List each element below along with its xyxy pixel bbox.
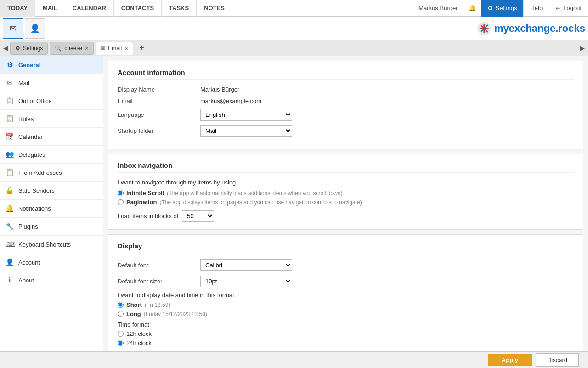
startup-folder-label: Startup folder [118,127,200,134]
bottom-bar: Apply Discard [0,351,588,368]
sidebar-item-keyboard-shortcuts[interactable]: ⌨ Keyboard Shortcuts [0,236,103,253]
sidebar-item-mail[interactable]: ✉ Mail [0,74,103,92]
tabs-bar: ◀ ⚙ Settings 🔍 cheese × ✉ Email × + ▶ [0,40,588,56]
brand-name: myexchange.rocks [494,23,585,34]
inbox-nav-title: Inbox navigation [118,161,574,172]
default-font-select[interactable]: Calibri [200,259,292,271]
tab-add-button[interactable]: + [136,43,147,54]
sidebar-from-addresses-label: From Addresses [18,169,62,176]
sidebar-item-delegates[interactable]: 👥 Delegates [0,146,103,164]
settings-tab-icon: ⚙ [15,45,20,52]
discard-button[interactable]: Discard [536,353,579,367]
long-hint: (Friday 15/12/2023 13:59) [144,311,207,317]
mail-sidebar-icon: ✉ [6,79,14,87]
infinite-scroll-hint: (The app will automatically loads additi… [167,190,342,196]
sidebar-item-safe-senders[interactable]: 🔒 Safe Senders [0,182,103,200]
display-name-row: Display Name Markus Bürger [118,86,574,93]
sidebar-about-label: About [18,277,34,284]
nav-notes[interactable]: NOTES [197,0,232,17]
sidebar: ⚙ General ✉ Mail 📋 Out of Office 📋 Rules… [0,56,103,368]
top-nav: TODAY MAIL CALENDAR CONTACTS TASKS NOTES… [0,0,588,17]
apply-button[interactable]: Apply [488,354,532,366]
sidebar-item-out-of-office[interactable]: 📋 Out of Office [0,92,103,110]
sidebar-item-account[interactable]: 👤 Account [0,253,103,271]
long-label: Long [126,310,141,317]
short-label: Short [126,301,142,308]
nav-bell-icon[interactable]: 🔔 [464,0,481,17]
display-name-value: Markus Bürger [200,86,239,93]
cheese-tab-icon: 🔍 [55,45,62,52]
short-hint: (Fri 13:59) [145,302,170,308]
long-date-radio[interactable] [118,311,124,317]
sidebar-item-general[interactable]: ⚙ General [0,56,103,74]
pagination-label: Pagination [126,199,157,206]
display-name-label: Display Name [118,86,200,93]
language-label: Language [118,111,200,118]
startup-folder-select[interactable]: Mail [200,125,292,137]
sidebar-mail-label: Mail [18,80,29,86]
cheese-tab-close[interactable]: × [85,45,89,52]
sidebar-plugins-label: Plugins [18,223,38,230]
main-area: ⚙ General ✉ Mail 📋 Out of Office 📋 Rules… [0,56,588,368]
nav-user: Markus Bürger [413,0,463,17]
notifications-icon: 🔔 [6,204,14,213]
icon-bar: ✉ 👤 myexchange.rocks [0,17,588,40]
language-select[interactable]: English [200,109,292,121]
pagination-radio[interactable] [118,199,124,205]
brand-logo-svg [477,21,492,36]
infinite-scroll-radio[interactable] [118,190,124,196]
icon-bar-left: ✉ 👤 [3,18,45,39]
sidebar-item-rules[interactable]: 📋 Rules [0,110,103,128]
calendar-icon: 📅 [6,132,14,141]
cheese-tab-label: cheese [64,45,82,52]
settings-tab-label: Settings [23,45,43,52]
pagination-hint: (The app displays items on pages and you… [159,199,362,206]
nav-today[interactable]: TODAY [0,0,35,17]
sidebar-item-plugins[interactable]: 🔧 Plugins [0,218,103,236]
nav-calendar[interactable]: CALENDAR [65,0,114,17]
short-date-radio[interactable] [118,302,124,308]
default-font-size-select[interactable]: 10pt [200,276,292,287]
tab-cheese[interactable]: 🔍 cheese × [50,42,94,55]
clock-12-row: 12h clock [118,330,574,337]
sidebar-item-from-addresses[interactable]: 📋 From Addresses [0,164,103,182]
sidebar-notifications-label: Notifications [18,205,51,212]
delegates-icon: 👥 [6,150,14,159]
nav-contacts[interactable]: CONTACTS [114,0,162,17]
clock-24-label: 24h clock [126,339,152,346]
clock-24-radio[interactable] [118,340,124,346]
email-tab-close[interactable]: × [124,45,128,52]
sidebar-calendar-label: Calendar [18,133,43,140]
sidebar-item-calendar[interactable]: 📅 Calendar [0,128,103,146]
mail-icon-button[interactable]: ✉ [3,18,23,39]
tab-settings[interactable]: ⚙ Settings [10,42,48,55]
content-panel: Account information Display Name Markus … [103,56,588,368]
nav-logout-button[interactable]: ↩ Logout [549,0,588,17]
sidebar-item-about[interactable]: ℹ About [0,271,103,289]
clock-12-radio[interactable] [118,331,124,337]
nav-help-button[interactable]: Help [523,0,549,17]
account-info-title: Account information [118,69,574,80]
sidebar-item-notifications[interactable]: 🔔 Notifications [0,200,103,218]
safe-senders-icon: 🔒 [6,186,14,195]
clock-24-row: 24h clock [118,339,574,346]
nav-settings-button[interactable]: ⚙ Settings [481,0,524,17]
default-font-size-label: Default font size: [118,278,200,285]
account-info-section: Account information Display Name Markus … [108,61,583,149]
gear-icon: ⚙ [487,5,493,12]
load-items-select[interactable]: 50 [182,210,214,222]
infinite-scroll-row: Infinite Scroll (The app will automatica… [118,190,574,196]
nav-mail[interactable]: MAIL [35,0,65,17]
sidebar-general-label: General [18,62,40,69]
email-value: markus@example.com [200,98,261,104]
tab-scroll-right[interactable]: ▶ [579,40,586,56]
inbox-nav-section: Inbox navigation I want to navigate thro… [108,154,583,230]
load-items-row: Load items in blocks of 50 [118,210,574,222]
contacts-icon-button[interactable]: 👤 [25,18,45,39]
tab-scroll-left[interactable]: ◀ [2,40,9,56]
sidebar-account-label: Account [18,259,40,266]
keyboard-icon: ⌨ [6,240,14,248]
tab-email[interactable]: ✉ Email × [96,42,133,55]
nav-tasks[interactable]: TASKS [162,0,197,17]
display-section: Display Default font: Calibri Default fo… [108,234,583,368]
